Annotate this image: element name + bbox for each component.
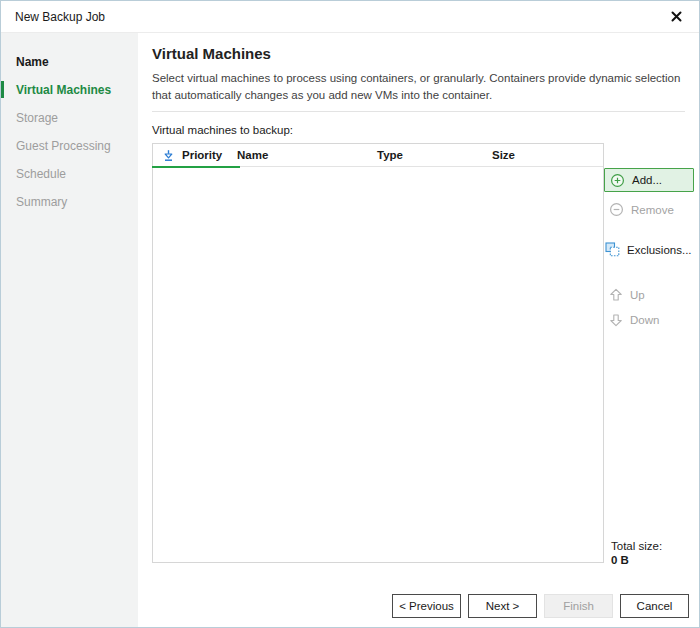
exclusions-button[interactable]: Exclusions...	[605, 242, 692, 257]
vm-table: Priority Name Type Size	[152, 143, 604, 563]
vm-list-label: Virtual machines to backup:	[152, 124, 293, 136]
finish-button[interactable]: Finish	[544, 594, 613, 618]
dialog-body: Name Virtual Machines Storage Guest Proc…	[1, 33, 699, 627]
sidebar-item-summary[interactable]: Summary	[1, 188, 138, 216]
sidebar-item-label: Name	[16, 55, 49, 69]
up-button[interactable]: Up	[609, 288, 645, 302]
exclusions-button-label: Exclusions...	[627, 244, 692, 256]
down-button[interactable]: Down	[609, 313, 659, 327]
sidebar-item-storage[interactable]: Storage	[1, 104, 138, 132]
up-button-label: Up	[630, 289, 645, 301]
remove-button[interactable]: Remove	[609, 202, 674, 217]
sidebar-item-schedule[interactable]: Schedule	[1, 160, 138, 188]
sidebar-item-label: Guest Processing	[16, 139, 111, 153]
wizard-steps-sidebar: Name Virtual Machines Storage Guest Proc…	[1, 33, 138, 627]
cancel-button[interactable]: Cancel	[620, 594, 689, 618]
column-header-name[interactable]: Name	[237, 144, 268, 167]
page-title: Virtual Machines	[152, 45, 271, 62]
down-button-label: Down	[630, 314, 659, 326]
column-header-type[interactable]: Type	[377, 144, 403, 167]
sidebar-item-virtual-machines[interactable]: Virtual Machines	[1, 76, 138, 104]
vm-table-body-empty[interactable]	[153, 168, 603, 562]
arrow-down-icon	[609, 313, 623, 327]
new-backup-job-dialog: New Backup Job Name Virtual Machines Sto…	[0, 0, 700, 628]
priority-sort-icon[interactable]	[162, 149, 175, 162]
window-title: New Backup Job	[15, 10, 105, 24]
remove-button-label: Remove	[631, 204, 674, 216]
total-size-value: 0 B	[611, 554, 662, 566]
sidebar-item-guest-processing[interactable]: Guest Processing	[1, 132, 138, 160]
sidebar-item-label: Summary	[16, 195, 67, 209]
add-button-label: Add...	[632, 174, 662, 186]
remove-circle-icon	[609, 202, 624, 217]
sidebar-item-name[interactable]: Name	[1, 48, 138, 76]
add-button[interactable]: Add...	[604, 168, 694, 192]
total-size-label: Total size:	[611, 540, 662, 552]
close-button[interactable]	[665, 6, 687, 28]
sidebar-item-label: Virtual Machines	[16, 83, 111, 97]
sidebar-item-label: Schedule	[16, 167, 66, 181]
sidebar-item-label: Storage	[16, 111, 58, 125]
next-button[interactable]: Next >	[468, 594, 537, 618]
column-header-size[interactable]: Size	[492, 144, 515, 167]
active-step-indicator	[1, 81, 4, 98]
title-bar: New Backup Job	[1, 1, 699, 33]
section-divider	[152, 111, 685, 112]
add-circle-icon	[610, 173, 625, 188]
main-pane: Virtual Machines Select virtual machines…	[138, 33, 699, 627]
close-icon	[671, 11, 682, 22]
wizard-footer-buttons: < Previous Next > Finish Cancel	[392, 594, 689, 618]
arrow-up-icon	[609, 288, 623, 302]
page-description: Select virtual machines to process using…	[152, 70, 682, 103]
column-header-priority[interactable]: Priority	[182, 144, 222, 167]
exclusions-icon	[605, 242, 620, 257]
vm-table-header: Priority Name Type Size	[153, 144, 603, 167]
previous-button[interactable]: < Previous	[392, 594, 461, 618]
total-size: Total size: 0 B	[611, 540, 662, 566]
